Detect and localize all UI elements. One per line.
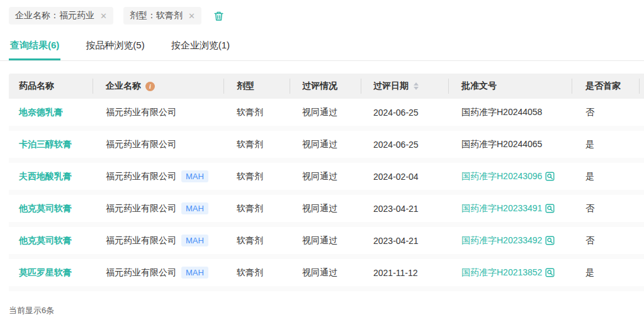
results-table: 药品名称企业名称i剂型过评情况过评日期批准文号是否首家 地奈德乳膏 福元药业有限… xyxy=(9,74,644,291)
is-first-flag: 是 xyxy=(585,139,594,150)
dosage-form: 软膏剂 xyxy=(237,171,263,182)
drug-name-link[interactable]: 他克莫司软膏 xyxy=(19,235,72,246)
mah-badge: MAH xyxy=(181,267,208,279)
clear-filters-button[interactable] xyxy=(212,9,226,23)
drug-name-link[interactable]: 莫匹罗星软膏 xyxy=(19,267,72,279)
filter-tag-label: 剂型：软膏剂 xyxy=(130,10,183,21)
approval-number-text: 国药准字H20213852 xyxy=(461,267,542,279)
column-header-3: 剂型 xyxy=(223,74,290,99)
column-label: 剂型 xyxy=(237,80,254,92)
approval-number-text: 国药准字H20233491 xyxy=(461,203,542,214)
approval-number-link[interactable]: 国药准字H20233492 xyxy=(461,235,555,246)
table-body: 地奈德乳膏 福元药业有限公司 软膏剂 视同通过 2024-06-25 国药准字H… xyxy=(9,99,644,291)
drug-name-link[interactable]: 他克莫司软膏 xyxy=(19,203,72,214)
filter-bar: 企业名称：福元药业✕剂型：软膏剂✕ xyxy=(0,0,644,30)
remove-filter-icon[interactable]: ✕ xyxy=(100,12,107,20)
filter-tag-label: 企业名称：福元药业 xyxy=(15,10,94,21)
table-row: 卡泊三醇软膏 福元药业有限公司 软膏剂 视同通过 2024-06-25 国药准字… xyxy=(9,131,644,158)
sort-icon[interactable] xyxy=(414,82,419,90)
review-date: 2023-04-21 xyxy=(373,204,419,214)
mah-badge: MAH xyxy=(181,202,208,215)
mah-badge: MAH xyxy=(181,170,208,183)
review-status: 视同通过 xyxy=(302,235,337,246)
tab-3[interactable]: 按企业浏览(1) xyxy=(170,34,231,60)
is-first-flag: 是 xyxy=(585,267,594,279)
dosage-form: 软膏剂 xyxy=(237,267,263,279)
drug-name-link[interactable]: 卡泊三醇软膏 xyxy=(19,139,72,150)
column-label: 过评日期 xyxy=(373,80,409,92)
review-status: 视同通过 xyxy=(302,203,337,214)
table-header-row: 药品名称企业名称i剂型过评情况过评日期批准文号是否首家 xyxy=(9,74,644,99)
column-header-overflow xyxy=(639,74,644,99)
mah-badge: MAH xyxy=(181,235,208,247)
document-preview-icon xyxy=(545,236,555,245)
is-first-flag: 否 xyxy=(585,107,594,118)
column-header-5[interactable]: 过评日期 xyxy=(361,74,448,99)
tabs: 查询结果(6)按品种浏览(5)按企业浏览(1) xyxy=(0,30,644,61)
filter-tag-1: 企业名称：福元药业✕ xyxy=(9,7,113,25)
column-label: 批准文号 xyxy=(461,80,497,92)
info-icon[interactable]: i xyxy=(145,82,155,91)
column-header-1: 药品名称 xyxy=(9,74,93,99)
approval-number-text: 国药准字H20244058 xyxy=(461,107,542,118)
review-status: 视同通过 xyxy=(302,171,337,182)
approval-number-text: 国药准字H20243096 xyxy=(461,171,542,182)
is-first-flag: 是 xyxy=(585,171,594,182)
table-row: 莫匹罗星软膏 福元药业有限公司 MAH 软膏剂 视同通过 2021-11-12 … xyxy=(9,259,644,286)
table-row: 地奈德乳膏 福元药业有限公司 软膏剂 视同通过 2024-06-25 国药准字H… xyxy=(9,99,644,126)
column-header-7: 是否首家 xyxy=(572,74,639,99)
review-date: 2024-06-25 xyxy=(373,140,419,150)
drug-name-link[interactable]: 地奈德乳膏 xyxy=(19,107,63,118)
trash-icon xyxy=(213,10,225,22)
dosage-form: 软膏剂 xyxy=(237,203,263,214)
approval-number-link[interactable]: 国药准字H20233491 xyxy=(461,203,555,214)
company-name: 福元药业有限公司 xyxy=(106,267,176,279)
dosage-form: 软膏剂 xyxy=(237,235,263,246)
review-status: 视同通过 xyxy=(302,139,337,150)
document-preview-icon xyxy=(545,204,555,213)
dosage-form: 软膏剂 xyxy=(237,139,263,150)
table-row: 他克莫司软膏 福元药业有限公司 MAH 软膏剂 视同通过 2023-04-21 … xyxy=(9,227,644,254)
tab-2[interactable]: 按品种浏览(5) xyxy=(84,34,145,60)
review-status: 视同通过 xyxy=(302,107,337,118)
company-name: 福元药业有限公司 xyxy=(106,171,176,182)
document-preview-icon xyxy=(545,172,555,181)
column-header-4: 过评情况 xyxy=(290,74,361,99)
column-label: 是否首家 xyxy=(585,80,621,92)
approval-number: 国药准字H20244065 xyxy=(461,139,542,150)
company-name: 福元药业有限公司 xyxy=(106,139,176,150)
sort-descending-caret xyxy=(414,87,419,90)
approval-number-text: 国药准字H20244065 xyxy=(461,139,542,150)
drug-name-link[interactable]: 夫西地酸乳膏 xyxy=(19,171,72,182)
approval-number-text: 国药准字H20233492 xyxy=(461,235,542,246)
company-name: 福元药业有限公司 xyxy=(106,107,176,118)
column-label: 过评情况 xyxy=(302,80,337,92)
column-header-6: 批准文号 xyxy=(448,74,572,99)
sort-ascending-caret xyxy=(414,82,419,86)
is-first-flag: 否 xyxy=(585,203,594,214)
result-count-text: 当前显示6条 xyxy=(9,305,644,315)
table-row: 夫西地酸乳膏 福元药业有限公司 MAH 软膏剂 视同通过 2024-02-04 … xyxy=(9,163,644,190)
is-first-flag: 否 xyxy=(585,235,594,246)
column-label: 药品名称 xyxy=(19,80,54,92)
review-date: 2024-06-25 xyxy=(373,108,419,118)
approval-number: 国药准字H20244058 xyxy=(461,107,542,118)
tab-1[interactable]: 查询结果(6) xyxy=(9,34,60,60)
table-row: 他克莫司软膏 福元药业有限公司 MAH 软膏剂 视同通过 2023-04-21 … xyxy=(9,195,644,222)
document-preview-icon xyxy=(545,268,555,277)
review-date: 2023-04-21 xyxy=(373,236,419,246)
review-status: 视同通过 xyxy=(302,267,337,279)
remove-filter-icon[interactable]: ✕ xyxy=(188,12,195,20)
review-date: 2024-02-04 xyxy=(373,172,419,182)
dosage-form: 软膏剂 xyxy=(237,107,263,118)
company-name: 福元药业有限公司 xyxy=(106,203,176,214)
company-name: 福元药业有限公司 xyxy=(106,235,176,246)
column-label: 企业名称 xyxy=(106,80,141,92)
filter-tag-2: 剂型：软膏剂✕ xyxy=(123,7,201,25)
approval-number-link[interactable]: 国药准字H20243096 xyxy=(461,171,555,182)
approval-number-link[interactable]: 国药准字H20213852 xyxy=(461,267,555,279)
review-date: 2021-11-12 xyxy=(373,268,418,278)
column-header-2: 企业名称i xyxy=(93,74,223,99)
